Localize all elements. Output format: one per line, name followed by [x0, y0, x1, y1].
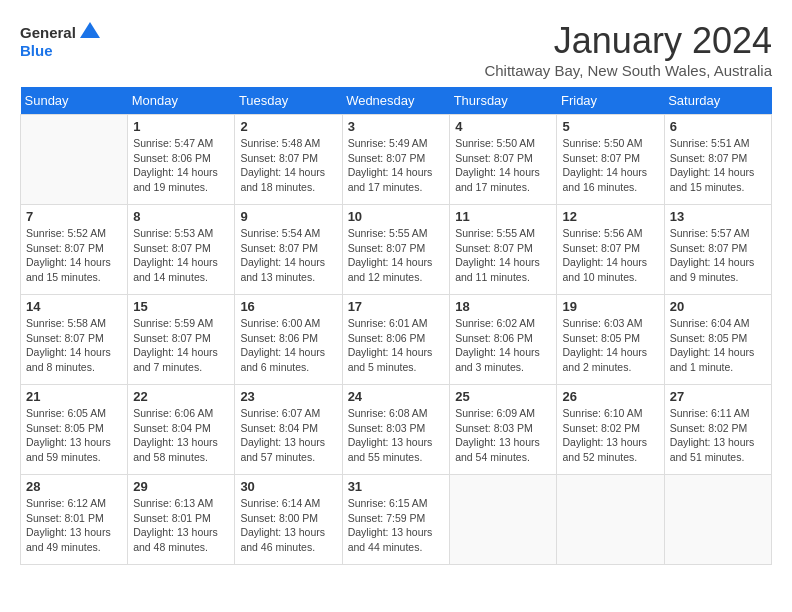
day-info: Sunrise: 6:04 AMSunset: 8:05 PMDaylight:…	[670, 316, 766, 375]
day-info: Sunrise: 6:12 AMSunset: 8:01 PMDaylight:…	[26, 496, 122, 555]
calendar-cell: 27Sunrise: 6:11 AMSunset: 8:02 PMDayligh…	[664, 385, 771, 475]
day-number: 14	[26, 299, 122, 314]
calendar-cell: 26Sunrise: 6:10 AMSunset: 8:02 PMDayligh…	[557, 385, 664, 475]
day-info: Sunrise: 6:03 AMSunset: 8:05 PMDaylight:…	[562, 316, 658, 375]
calendar-cell	[450, 475, 557, 565]
day-number: 3	[348, 119, 445, 134]
day-header-saturday: Saturday	[664, 87, 771, 115]
calendar-cell: 18Sunrise: 6:02 AMSunset: 8:06 PMDayligh…	[450, 295, 557, 385]
calendar-cell: 29Sunrise: 6:13 AMSunset: 8:01 PMDayligh…	[128, 475, 235, 565]
day-number: 31	[348, 479, 445, 494]
day-number: 6	[670, 119, 766, 134]
calendar-cell	[21, 115, 128, 205]
day-info: Sunrise: 5:50 AMSunset: 8:07 PMDaylight:…	[455, 136, 551, 195]
day-number: 26	[562, 389, 658, 404]
calendar-cell: 15Sunrise: 5:59 AMSunset: 8:07 PMDayligh…	[128, 295, 235, 385]
svg-text:General: General	[20, 24, 76, 41]
day-number: 10	[348, 209, 445, 224]
day-number: 9	[240, 209, 336, 224]
day-number: 23	[240, 389, 336, 404]
week-row-4: 21Sunrise: 6:05 AMSunset: 8:05 PMDayligh…	[21, 385, 772, 475]
day-info: Sunrise: 6:07 AMSunset: 8:04 PMDaylight:…	[240, 406, 336, 465]
day-header-tuesday: Tuesday	[235, 87, 342, 115]
day-info: Sunrise: 5:53 AMSunset: 8:07 PMDaylight:…	[133, 226, 229, 285]
day-info: Sunrise: 5:55 AMSunset: 8:07 PMDaylight:…	[348, 226, 445, 285]
day-header-thursday: Thursday	[450, 87, 557, 115]
day-number: 28	[26, 479, 122, 494]
week-row-5: 28Sunrise: 6:12 AMSunset: 8:01 PMDayligh…	[21, 475, 772, 565]
day-number: 8	[133, 209, 229, 224]
page-header: General Blue January 2024 Chittaway Bay,…	[20, 20, 772, 79]
logo: General Blue	[20, 20, 100, 60]
calendar-cell: 9Sunrise: 5:54 AMSunset: 8:07 PMDaylight…	[235, 205, 342, 295]
day-header-sunday: Sunday	[21, 87, 128, 115]
calendar-cell: 25Sunrise: 6:09 AMSunset: 8:03 PMDayligh…	[450, 385, 557, 475]
day-header-wednesday: Wednesday	[342, 87, 450, 115]
week-row-1: 1Sunrise: 5:47 AMSunset: 8:06 PMDaylight…	[21, 115, 772, 205]
day-number: 15	[133, 299, 229, 314]
calendar-cell: 10Sunrise: 5:55 AMSunset: 8:07 PMDayligh…	[342, 205, 450, 295]
calendar-cell: 3Sunrise: 5:49 AMSunset: 8:07 PMDaylight…	[342, 115, 450, 205]
week-row-3: 14Sunrise: 5:58 AMSunset: 8:07 PMDayligh…	[21, 295, 772, 385]
day-info: Sunrise: 6:08 AMSunset: 8:03 PMDaylight:…	[348, 406, 445, 465]
calendar-cell: 31Sunrise: 6:15 AMSunset: 7:59 PMDayligh…	[342, 475, 450, 565]
calendar-cell: 1Sunrise: 5:47 AMSunset: 8:06 PMDaylight…	[128, 115, 235, 205]
day-info: Sunrise: 6:14 AMSunset: 8:00 PMDaylight:…	[240, 496, 336, 555]
day-number: 24	[348, 389, 445, 404]
day-info: Sunrise: 5:58 AMSunset: 8:07 PMDaylight:…	[26, 316, 122, 375]
calendar-cell: 11Sunrise: 5:55 AMSunset: 8:07 PMDayligh…	[450, 205, 557, 295]
calendar-cell: 28Sunrise: 6:12 AMSunset: 8:01 PMDayligh…	[21, 475, 128, 565]
day-number: 19	[562, 299, 658, 314]
day-info: Sunrise: 6:05 AMSunset: 8:05 PMDaylight:…	[26, 406, 122, 465]
logo-svg: General Blue	[20, 20, 100, 60]
day-number: 29	[133, 479, 229, 494]
calendar-cell: 7Sunrise: 5:52 AMSunset: 8:07 PMDaylight…	[21, 205, 128, 295]
day-number: 5	[562, 119, 658, 134]
calendar-cell: 8Sunrise: 5:53 AMSunset: 8:07 PMDaylight…	[128, 205, 235, 295]
day-info: Sunrise: 6:09 AMSunset: 8:03 PMDaylight:…	[455, 406, 551, 465]
day-info: Sunrise: 6:01 AMSunset: 8:06 PMDaylight:…	[348, 316, 445, 375]
day-number: 18	[455, 299, 551, 314]
calendar-cell: 2Sunrise: 5:48 AMSunset: 8:07 PMDaylight…	[235, 115, 342, 205]
day-number: 17	[348, 299, 445, 314]
calendar-cell: 20Sunrise: 6:04 AMSunset: 8:05 PMDayligh…	[664, 295, 771, 385]
day-info: Sunrise: 6:00 AMSunset: 8:06 PMDaylight:…	[240, 316, 336, 375]
day-number: 25	[455, 389, 551, 404]
title-block: January 2024 Chittaway Bay, New South Wa…	[484, 20, 772, 79]
day-info: Sunrise: 6:10 AMSunset: 8:02 PMDaylight:…	[562, 406, 658, 465]
calendar-cell: 17Sunrise: 6:01 AMSunset: 8:06 PMDayligh…	[342, 295, 450, 385]
day-number: 12	[562, 209, 658, 224]
day-number: 30	[240, 479, 336, 494]
day-info: Sunrise: 5:47 AMSunset: 8:06 PMDaylight:…	[133, 136, 229, 195]
day-number: 2	[240, 119, 336, 134]
day-info: Sunrise: 5:50 AMSunset: 8:07 PMDaylight:…	[562, 136, 658, 195]
day-info: Sunrise: 5:59 AMSunset: 8:07 PMDaylight:…	[133, 316, 229, 375]
day-number: 22	[133, 389, 229, 404]
calendar-cell: 4Sunrise: 5:50 AMSunset: 8:07 PMDaylight…	[450, 115, 557, 205]
calendar-cell	[557, 475, 664, 565]
calendar-table: SundayMondayTuesdayWednesdayThursdayFrid…	[20, 87, 772, 565]
calendar-cell: 19Sunrise: 6:03 AMSunset: 8:05 PMDayligh…	[557, 295, 664, 385]
day-info: Sunrise: 5:52 AMSunset: 8:07 PMDaylight:…	[26, 226, 122, 285]
day-number: 13	[670, 209, 766, 224]
calendar-cell: 12Sunrise: 5:56 AMSunset: 8:07 PMDayligh…	[557, 205, 664, 295]
calendar-cell	[664, 475, 771, 565]
calendar-cell: 5Sunrise: 5:50 AMSunset: 8:07 PMDaylight…	[557, 115, 664, 205]
day-number: 7	[26, 209, 122, 224]
day-header-monday: Monday	[128, 87, 235, 115]
calendar-cell: 6Sunrise: 5:51 AMSunset: 8:07 PMDaylight…	[664, 115, 771, 205]
calendar-cell: 21Sunrise: 6:05 AMSunset: 8:05 PMDayligh…	[21, 385, 128, 475]
day-info: Sunrise: 6:06 AMSunset: 8:04 PMDaylight:…	[133, 406, 229, 465]
day-number: 1	[133, 119, 229, 134]
day-number: 4	[455, 119, 551, 134]
week-row-2: 7Sunrise: 5:52 AMSunset: 8:07 PMDaylight…	[21, 205, 772, 295]
day-info: Sunrise: 6:02 AMSunset: 8:06 PMDaylight:…	[455, 316, 551, 375]
svg-text:Blue: Blue	[20, 42, 53, 59]
day-number: 27	[670, 389, 766, 404]
svg-marker-1	[80, 22, 100, 38]
day-header-friday: Friday	[557, 87, 664, 115]
day-number: 20	[670, 299, 766, 314]
calendar-cell: 16Sunrise: 6:00 AMSunset: 8:06 PMDayligh…	[235, 295, 342, 385]
day-info: Sunrise: 6:11 AMSunset: 8:02 PMDaylight:…	[670, 406, 766, 465]
calendar-cell: 14Sunrise: 5:58 AMSunset: 8:07 PMDayligh…	[21, 295, 128, 385]
